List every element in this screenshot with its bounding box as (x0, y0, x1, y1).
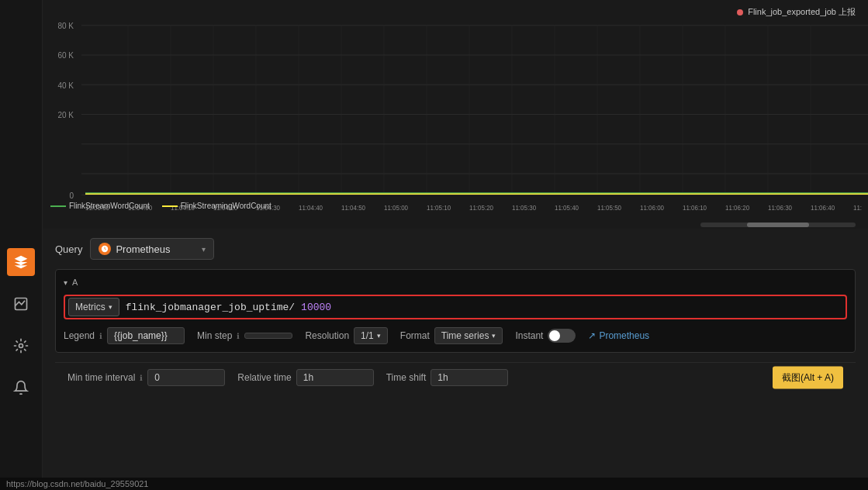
metrics-label: Metrics (75, 302, 105, 312)
resolution-config: Resolution 1/1 ▾ (305, 327, 387, 344)
legend-label-2: FlinkStreamingWordCount (181, 202, 271, 210)
svg-text:60 K: 60 K (57, 51, 74, 60)
format-value: Time series (441, 330, 489, 341)
resolution-select[interactable]: 1/1 ▾ (354, 327, 388, 344)
url-text: https://blog.csdn.net/baidu_29559021 (43, 479, 148, 488)
relative-time-config: Relative time 1h (237, 369, 373, 386)
svg-text:11:06:20: 11:06:20 (725, 204, 749, 212)
legend-config-label: Legend (64, 330, 95, 341)
sidebar-icon-layers[interactable] (7, 248, 35, 276)
legend-color-1 (50, 205, 66, 207)
svg-text:80 K: 80 K (57, 22, 74, 30)
prometheus-icon (99, 243, 111, 255)
min-step-config: Min step ℹ (197, 330, 292, 341)
chart-bottom-legend: FlinkStreamWordCount FlinkStreamingWordC… (50, 202, 271, 210)
sidebar-icon-gear[interactable] (7, 332, 35, 360)
legend-value[interactable]: {{job_name}} (107, 327, 185, 344)
datasource-name: Prometheus (116, 243, 197, 255)
format-chevron-icon: ▾ (492, 332, 496, 340)
svg-point-1 (19, 344, 23, 348)
min-step-label: Min step (197, 330, 232, 341)
scrollbar-thumb[interactable] (747, 223, 809, 227)
screenshot-button[interactable]: 截图(Alt + A) (773, 367, 843, 389)
query-header: Query Prometheus ▾ (55, 238, 856, 260)
metrics-chevron-icon: ▾ (109, 303, 112, 311)
external-link-icon: ↗ (588, 330, 596, 341)
min-time-interval-input[interactable]: 0 (147, 369, 225, 386)
svg-text:11:05:20: 11:05:20 (469, 204, 493, 212)
main-panel: Flink_job_exported_job 上报 80 K 60 K 40 K… (43, 0, 868, 490)
time-shift-input[interactable]: 1h (431, 369, 508, 386)
svg-text:11:06:10: 11:06:10 (683, 204, 707, 212)
resolution-chevron-icon: ▾ (377, 332, 381, 340)
legend-dot (737, 9, 743, 16)
chart-title: Flink_job_exported_job 上报 (748, 6, 856, 18)
svg-text:11:06:00: 11:06:00 (640, 204, 664, 212)
legend-label-1: FlinkStreamWordCount (69, 202, 150, 210)
instant-toggle[interactable] (548, 329, 576, 343)
chart-area: Flink_job_exported_job 上报 80 K 60 K 40 K… (43, 0, 868, 229)
min-step-info-icon: ℹ (237, 332, 240, 340)
url-bar: https://blog.csdn.net/baidu_29559021 (43, 478, 868, 490)
bottom-row: Min time interval ℹ 0 Relative time 1h T… (55, 362, 856, 392)
prometheus-link-label: Prometheus (599, 330, 649, 341)
toggle-knob (549, 330, 560, 341)
svg-text:11:05:40: 11:05:40 (555, 204, 579, 212)
chart-legend-top: Flink_job_exported_job 上报 (737, 6, 856, 18)
section-a-label: A (72, 278, 78, 287)
svg-text:11:06:40: 11:06:40 (811, 204, 835, 212)
chevron-down-icon: ▾ (202, 245, 206, 254)
format-config: Format Time series ▾ (400, 327, 503, 344)
relative-time-input[interactable]: 1h (296, 369, 374, 386)
svg-text:11:: 11: (853, 204, 862, 212)
instant-config: Instant (515, 329, 576, 343)
svg-text:20 K: 20 K (57, 110, 74, 119)
svg-text:11:04:50: 11:04:50 (341, 204, 365, 212)
query-panel: Query Prometheus ▾ ▾ A Metrics ▾ f (43, 229, 868, 490)
svg-text:11:04:40: 11:04:40 (299, 204, 323, 212)
relative-time-label: Relative time (237, 372, 291, 383)
prometheus-link[interactable]: ↗ Prometheus (588, 330, 649, 341)
resolution-value: 1/1 (361, 330, 374, 341)
svg-text:11:05:30: 11:05:30 (512, 204, 536, 212)
chart-svg: 80 K 60 K 40 K 20 K 0 11:03:50 11:04:00 … (43, 0, 868, 229)
format-select[interactable]: Time series ▾ (434, 327, 503, 344)
legend-config: Legend ℹ {{job_name}} (64, 327, 185, 344)
legend-item-2: FlinkStreamingWordCount (162, 202, 271, 210)
time-shift-config: Time shift 1h (386, 369, 509, 386)
sidebar (0, 0, 43, 490)
svg-text:11:05:50: 11:05:50 (597, 204, 621, 212)
datasource-select[interactable]: Prometheus ▾ (90, 238, 214, 260)
legend-info-icon: ℹ (99, 332, 102, 340)
config-row: Legend ℹ {{job_name}} Min step ℹ Resolut… (64, 327, 847, 344)
min-step-input[interactable] (244, 333, 292, 339)
metrics-row: Metrics ▾ flink_jobmanager_job_uptime/10… (64, 295, 847, 319)
min-time-interval-label: Min time interval (67, 372, 135, 383)
query-section-a: ▾ A Metrics ▾ flink_jobmanager_job_uptim… (55, 269, 856, 353)
sidebar-icon-bell[interactable] (7, 374, 35, 402)
legend-item-1: FlinkStreamWordCount (50, 202, 150, 210)
min-time-interval-info-icon: ℹ (140, 374, 143, 382)
query-text-normal: flink_jobmanager_job_uptime/ (126, 302, 295, 313)
svg-text:11:05:00: 11:05:00 (384, 204, 408, 212)
chart-scrollbar[interactable] (700, 223, 856, 227)
time-shift-label: Time shift (386, 372, 427, 383)
sidebar-icon-chart[interactable] (7, 290, 35, 318)
format-label: Format (400, 330, 430, 341)
section-header: ▾ A (64, 278, 847, 287)
metrics-button[interactable]: Metrics ▾ (68, 298, 119, 316)
min-time-interval-config: Min time interval ℹ 0 (67, 369, 225, 386)
resolution-label: Resolution (305, 330, 349, 341)
svg-text:40 K: 40 K (57, 81, 74, 89)
collapse-icon[interactable]: ▾ (64, 278, 67, 287)
query-label: Query (55, 243, 82, 255)
svg-text:11:05:10: 11:05:10 (427, 204, 451, 212)
svg-text:11:06:30: 11:06:30 (768, 204, 792, 212)
instant-label: Instant (515, 330, 543, 341)
query-text-highlight: 10000 (301, 302, 331, 313)
legend-color-2 (162, 205, 178, 207)
svg-text:0: 0 (69, 191, 74, 199)
